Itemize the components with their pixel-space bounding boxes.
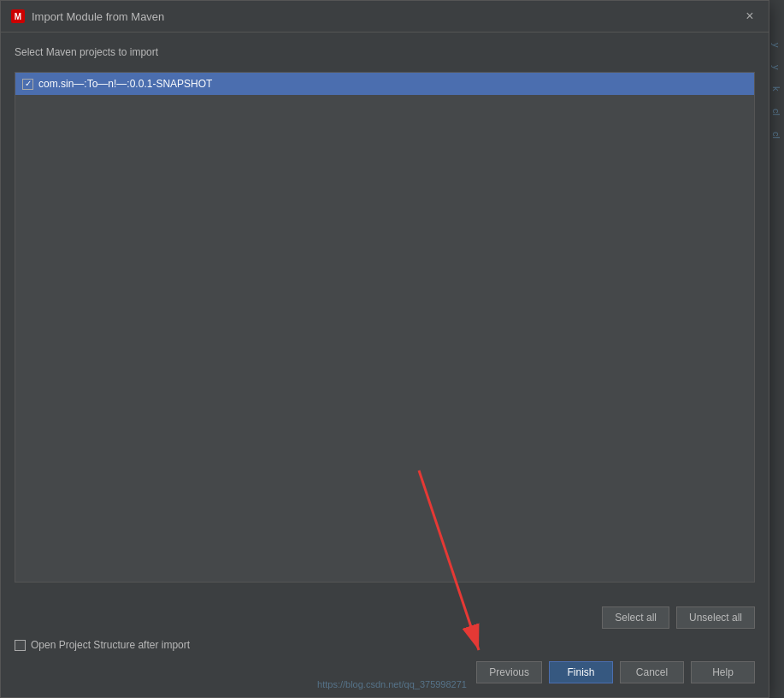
- open-project-structure-checkbox[interactable]: [15, 640, 26, 651]
- select-buttons-row: Select all Unselect all: [15, 606, 755, 629]
- dialog-content: Select Maven projects to import com.sin—…: [1, 33, 769, 596]
- dialog-title: Import Module from Maven: [32, 10, 164, 23]
- background-sidebar: y y k cl cl: [769, 0, 784, 698]
- open-project-structure-row: Open Project Structure after import: [15, 639, 755, 651]
- dialog-overlay: M Import Module from Maven × Select Mave…: [0, 0, 769, 698]
- close-button[interactable]: ×: [741, 8, 758, 25]
- previous-button[interactable]: Previous: [476, 661, 542, 683]
- open-project-structure-label: Open Project Structure after import: [31, 639, 190, 651]
- close-icon: ×: [746, 9, 753, 24]
- help-button[interactable]: Help: [691, 661, 755, 683]
- bg-code-hint-5: cl: [771, 132, 781, 139]
- watermark-text: https://blog.csdn.net/qq_375998271: [317, 679, 467, 689]
- project-checkbox[interactable]: [22, 79, 33, 90]
- project-list[interactable]: com.sin—:To—n!—:0.0.1-SNAPSHOT: [15, 72, 755, 583]
- dialog-titlebar: M Import Module from Maven ×: [1, 1, 769, 33]
- finish-button[interactable]: Finish: [549, 661, 613, 683]
- watermark: https://blog.csdn.net/qq_375998271: [317, 679, 467, 689]
- dialog-title-left: M Import Module from Maven: [11, 9, 164, 23]
- bg-code-hint-2: y: [771, 65, 781, 70]
- unselect-all-button[interactable]: Unselect all: [676, 606, 755, 629]
- select-all-button[interactable]: Select all: [602, 606, 669, 629]
- maven-icon: M: [11, 9, 25, 23]
- project-label: com.sin—:To—n!—:0.0.1-SNAPSHOT: [38, 78, 212, 90]
- bg-code-hint-1: y: [771, 43, 781, 48]
- bg-code-hint-4: cl: [771, 109, 781, 115]
- dialog-subtitle: Select Maven projects to import: [15, 46, 755, 58]
- bg-code-hint-3: k: [771, 86, 781, 92]
- maven-icon-label: M: [15, 12, 21, 21]
- project-item[interactable]: com.sin—:To—n!—:0.0.1-SNAPSHOT: [15, 73, 754, 95]
- cancel-button[interactable]: Cancel: [620, 661, 684, 683]
- import-module-dialog: M Import Module from Maven × Select Mave…: [0, 0, 769, 698]
